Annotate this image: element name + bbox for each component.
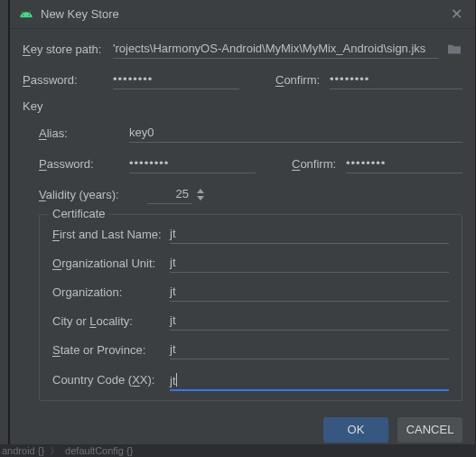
- key-password-label: Password:: [39, 157, 129, 171]
- state-label: State or Province:: [52, 343, 170, 357]
- keystore-confirm-label: Confirm:: [275, 73, 330, 87]
- key-section-title: Key: [23, 99, 462, 113]
- cancel-button[interactable]: CANCEL: [397, 417, 462, 443]
- organization-label: Organization:: [52, 285, 170, 299]
- text-caret: [176, 373, 177, 387]
- key-confirm-label: Confirm:: [292, 157, 346, 171]
- keystore-password-input[interactable]: ••••••••: [113, 70, 239, 89]
- city-input[interactable]: jt: [170, 311, 449, 331]
- key-password-input[interactable]: ••••••••: [129, 154, 256, 173]
- breadcrumb: android {} 〉 defaultConfig {}: [0, 444, 476, 457]
- close-icon[interactable]: ✕: [447, 5, 466, 23]
- first-last-label: First and Last Name:: [52, 228, 170, 241]
- certificate-legend: Certificate: [49, 207, 109, 220]
- keystore-password-label: Password:: [23, 73, 113, 87]
- alias-label: Alias:: [39, 126, 129, 140]
- organization-input[interactable]: jt: [170, 282, 449, 302]
- country-code-input[interactable]: jt: [170, 368, 449, 391]
- country-code-label: Country Code (XX):: [52, 373, 170, 387]
- keystore-confirm-input[interactable]: ••••••••: [330, 70, 462, 89]
- city-label: City or Locality:: [52, 314, 170, 328]
- spinner-down-icon[interactable]: [196, 195, 205, 201]
- spinner-up-icon[interactable]: [196, 188, 205, 194]
- breadcrumb-separator: 〉: [50, 444, 60, 458]
- validity-input[interactable]: 25: [147, 184, 192, 204]
- alias-input[interactable]: key0: [129, 123, 462, 143]
- new-keystore-dialog: New Key Store ✕ Key store path: 'rojects…: [9, 0, 476, 456]
- breadcrumb-item[interactable]: android {}: [2, 445, 44, 456]
- keystore-path-label: Key store path:: [23, 42, 113, 56]
- title-bar: New Key Store ✕: [10, 0, 475, 29]
- first-last-input[interactable]: jt: [170, 224, 449, 244]
- org-unit-label: Organizational Unit:: [52, 256, 170, 270]
- breadcrumb-item[interactable]: defaultConfig {}: [65, 445, 133, 456]
- org-unit-input[interactable]: jt: [170, 253, 449, 273]
- keystore-path-input[interactable]: 'rojects\HarmonyOS-Android\MyMix\MyMix_A…: [113, 39, 439, 59]
- dialog-title: New Key Store: [41, 7, 447, 21]
- validity-label: Validity (years):: [39, 188, 147, 201]
- validity-spinner[interactable]: [196, 188, 205, 201]
- ok-button[interactable]: OK: [323, 417, 388, 443]
- android-icon: [19, 7, 33, 22]
- state-input[interactable]: jt: [170, 340, 449, 359]
- folder-icon[interactable]: [446, 42, 462, 55]
- key-confirm-input[interactable]: ••••••••: [346, 154, 462, 173]
- certificate-fieldset: Certificate First and Last Name: jt Orga…: [39, 214, 462, 401]
